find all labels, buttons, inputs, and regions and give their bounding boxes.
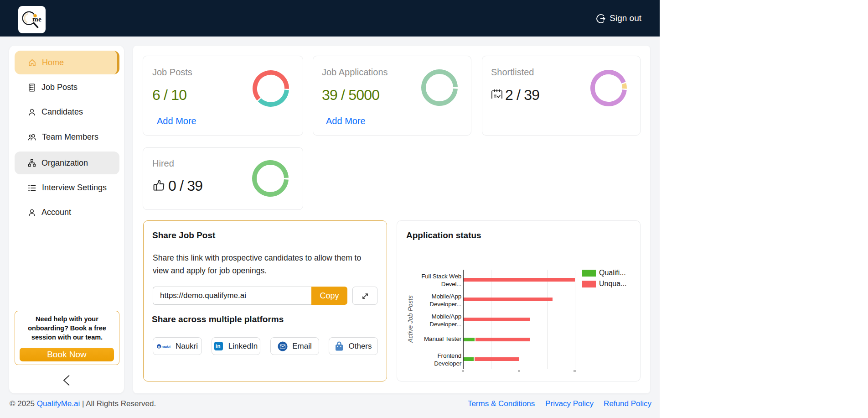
svg-text:in: in [216, 343, 221, 350]
svg-text:me: me [32, 15, 41, 23]
svg-text:n: n [158, 344, 160, 348]
svg-text:naukri: naukri [161, 345, 170, 348]
